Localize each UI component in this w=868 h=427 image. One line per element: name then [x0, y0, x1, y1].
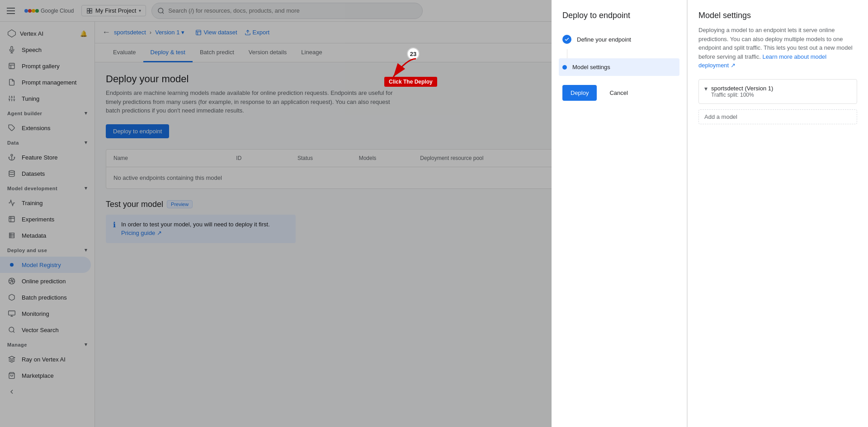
panel-actions: Deploy Cancel: [562, 85, 676, 101]
cancel-button[interactable]: Cancel: [602, 85, 635, 101]
model-settings-panel: Model settings Deploying a model to an e…: [687, 0, 868, 427]
add-model-button[interactable]: Add a model: [698, 109, 857, 124]
model-entry: ▾ sportsdetect (Version 1) Traffic split…: [698, 79, 857, 104]
step-model-settings-label: Model settings: [572, 64, 610, 70]
model-settings-title: Model settings: [698, 11, 857, 20]
step-separator: [567, 49, 567, 58]
step-define-circle: [562, 35, 571, 44]
deploy-button[interactable]: Deploy: [562, 85, 597, 101]
step-define-label: Define your endpoint: [577, 36, 631, 43]
deploy-panel: Deploy to endpoint Define your endpoint …: [552, 0, 687, 427]
model-name: sportsdetect (Version 1): [711, 85, 851, 92]
model-settings-desc: Deploying a model to an endpoint lets it…: [698, 26, 857, 70]
deploy-panel-title: Deploy to endpoint: [562, 11, 676, 20]
step-model-settings[interactable]: Model settings: [559, 58, 679, 76]
model-entry-info: sportsdetect (Version 1) Traffic split: …: [711, 85, 851, 98]
step-model-settings-circle: [562, 65, 567, 70]
checkmark-icon: [564, 37, 570, 42]
model-traffic: Traffic split: 100%: [711, 92, 851, 98]
step-define-endpoint[interactable]: Define your endpoint: [562, 29, 676, 49]
add-model-label: Add a model: [704, 113, 737, 120]
model-entry-chevron[interactable]: ▾: [704, 85, 708, 92]
